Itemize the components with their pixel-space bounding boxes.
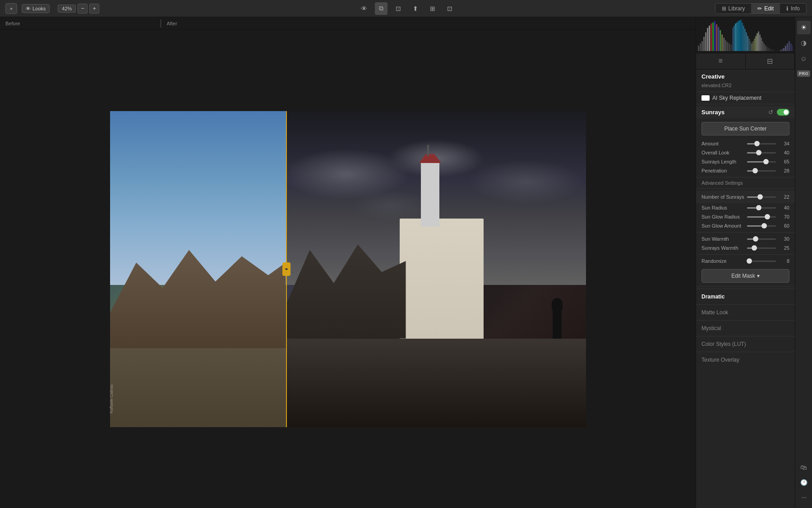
slider-track-penetration[interactable]	[747, 170, 776, 172]
before-label: Before	[0, 21, 25, 26]
zoom-in-button[interactable]: +	[89, 4, 99, 14]
slider-track-num-sunrays[interactable]	[747, 196, 776, 198]
tab-library[interactable]: ⊞ Library	[715, 4, 752, 14]
svg-rect-17	[729, 43, 730, 51]
svg-rect-55	[785, 46, 786, 51]
slider-track-sunrays-length[interactable]	[747, 161, 776, 163]
color-wheel-icon-btn[interactable]: ◑	[797, 36, 811, 50]
slider-thumb-num-sunrays[interactable]	[757, 194, 763, 200]
slider-row-sun-warmth: Sun Warmth 30	[696, 234, 795, 243]
slider-label-penetration: Penetration	[701, 168, 744, 173]
add-button[interactable]: +	[5, 3, 17, 14]
svg-rect-23	[738, 21, 738, 51]
slider-thumb-amount[interactable]	[754, 141, 760, 146]
tab-info[interactable]: ℹ Info	[780, 4, 806, 14]
bottom-item-color-styles[interactable]: Color Styles (LUT)	[696, 336, 795, 352]
place-sun-center-button[interactable]: Place Sun Center	[701, 122, 789, 135]
split-handle[interactable]: ◂▸	[282, 262, 291, 276]
svg-rect-8	[712, 23, 714, 51]
slider-thumb-sun-glow-radius[interactable]	[765, 214, 770, 219]
advanced-settings-toggle[interactable]: Advanced Settings	[696, 177, 795, 189]
export-button[interactable]: ⬆	[409, 2, 422, 15]
zoom-value[interactable]: 42%	[58, 5, 76, 13]
compare-button[interactable]: ⧉	[375, 2, 388, 15]
slider-track-randomize[interactable]	[747, 261, 776, 262]
tab-library-label: Library	[729, 5, 745, 12]
sunrays-toggle[interactable]	[777, 109, 789, 116]
svg-rect-28	[744, 29, 745, 51]
canvas-container[interactable]: ◂▸ Raffaele Cabras	[0, 30, 696, 508]
tab-edit[interactable]: ✏ Edit	[751, 4, 780, 14]
slider-row-randomize: Randomize 8	[696, 256, 795, 266]
tab-edit-label: Edit	[764, 5, 774, 12]
svg-rect-26	[742, 23, 743, 51]
matte-look-label: Matte Look	[701, 309, 728, 316]
slider-track-sun-glow-radius[interactable]	[747, 216, 776, 218]
tab-layout-icon[interactable]: ⊟	[746, 53, 795, 69]
slider-track-overall-look[interactable]	[747, 152, 776, 154]
looks-button[interactable]: 👁 Looks	[22, 4, 50, 13]
clock-icon-btn[interactable]: 🕐	[797, 475, 811, 489]
slider-track-amount[interactable]	[747, 143, 776, 144]
looks-icon: 👁	[26, 6, 31, 11]
slider-thumb-sun-glow-amount[interactable]	[761, 223, 767, 228]
panel-divider-2	[696, 254, 795, 255]
slider-thumb-sun-radius[interactable]	[756, 205, 761, 210]
slider-label-num-sunrays: Number of Sunrays	[701, 194, 744, 200]
edit-mask-button[interactable]: Edit Mask ▾	[701, 269, 789, 283]
slider-track-sun-radius[interactable]	[747, 207, 776, 209]
svg-rect-20	[734, 26, 734, 51]
slider-row-penetration: Penetration 28	[696, 166, 795, 175]
svg-rect-0	[698, 46, 699, 51]
slider-track-sun-warmth[interactable]	[747, 238, 776, 240]
slider-thumb-sunrays-warmth[interactable]	[752, 245, 757, 251]
preview-button[interactable]: 👁	[358, 2, 370, 15]
color-styles-label: Color Styles (LUT)	[701, 341, 746, 347]
slider-label-sun-glow-amount: Sun Glow Amount	[701, 223, 744, 228]
slider-thumb-penetration[interactable]	[752, 168, 758, 173]
svg-rect-40	[761, 37, 762, 51]
histogram-area	[696, 17, 795, 53]
grid-button[interactable]: ⊞	[426, 2, 439, 15]
more-icon-btn[interactable]: ···	[797, 491, 811, 504]
sun-edit-icon-btn[interactable]: ☀	[797, 21, 811, 34]
ai-sky-row[interactable]: AI Sky Replacement	[696, 92, 795, 104]
slider-thumb-sunrays-length[interactable]	[763, 159, 769, 164]
bottom-item-mystical[interactable]: Mystical	[696, 320, 795, 336]
svg-rect-46	[769, 48, 770, 51]
slider-row-amount: Amount 34	[696, 139, 795, 148]
svg-rect-35	[754, 38, 755, 51]
svg-rect-48	[772, 50, 774, 51]
face-icon-btn[interactable]: ☺	[797, 51, 811, 65]
bag-icon-btn[interactable]: 🛍	[797, 460, 811, 474]
svg-rect-7	[710, 23, 712, 51]
svg-rect-15	[725, 40, 726, 51]
slider-track-sunrays-warmth[interactable]	[747, 247, 776, 249]
bottom-item-dramatic[interactable]: Dramatic	[696, 289, 795, 304]
svg-rect-51	[778, 51, 779, 51]
svg-rect-5	[707, 28, 708, 51]
sunrays-number-section: Number of Sunrays 22	[696, 191, 795, 203]
slider-label-amount: Amount	[701, 141, 744, 146]
slider-track-sun-glow-amount[interactable]	[747, 225, 776, 227]
bottom-item-texture-overlay[interactable]: Texture Overlay	[696, 352, 795, 368]
crop-button[interactable]: ⊡	[392, 2, 405, 15]
pro-icon-btn[interactable]: PRO	[797, 67, 811, 80]
pro-badge: PRO	[797, 70, 810, 77]
zoom-out-button[interactable]: −	[78, 4, 88, 14]
right-panel: ≡ ⊟ Creative elevated.CR2 AI Sky Replace…	[696, 17, 795, 508]
fullscreen-button[interactable]: ⊡	[443, 2, 456, 15]
split-line[interactable]: ◂▸	[286, 111, 287, 427]
slider-thumb-sun-warmth[interactable]	[753, 236, 758, 242]
slider-thumb-randomize[interactable]	[747, 258, 752, 264]
tab-panels-toggle[interactable]: ≡	[696, 53, 746, 69]
svg-rect-59	[792, 46, 793, 51]
person-head	[552, 298, 563, 309]
ground-after	[286, 339, 586, 427]
bottom-item-matte-look[interactable]: Matte Look	[696, 304, 795, 320]
svg-rect-25	[740, 20, 741, 51]
slider-thumb-overall-look[interactable]	[756, 150, 761, 155]
svg-rect-56	[787, 43, 788, 51]
svg-rect-13	[721, 35, 723, 51]
sunrays-reset-button[interactable]: ↺	[768, 109, 773, 116]
